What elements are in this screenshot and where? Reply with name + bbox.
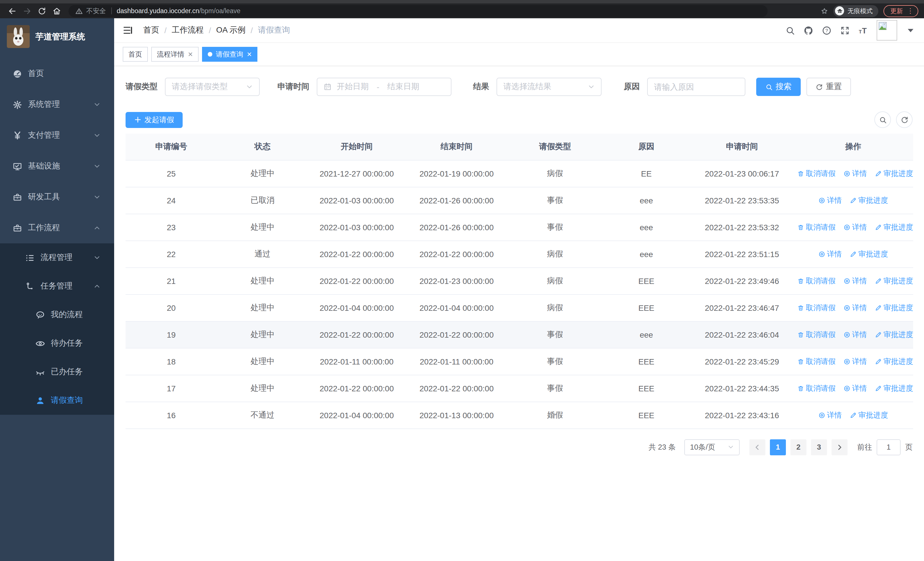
- detail-link[interactable]: 详情: [818, 249, 842, 259]
- table-cell: 2022-01-22 00:00:00: [308, 375, 405, 402]
- table-search-toggle-button[interactable]: [874, 111, 891, 128]
- tab-label: 请假查询: [216, 50, 243, 59]
- cancel-leave-link[interactable]: 取消请假: [797, 329, 836, 340]
- font-size-icon[interactable]: TT: [858, 26, 868, 35]
- apply-time-range-picker[interactable]: 开始日期 - 结束日期: [317, 78, 452, 96]
- page-button-3[interactable]: 3: [811, 439, 827, 455]
- approval-progress-link[interactable]: 审批进度: [850, 410, 888, 420]
- reload-icon[interactable]: [35, 5, 48, 17]
- cancel-leave-link[interactable]: 取消请假: [797, 356, 836, 367]
- detail-link[interactable]: 详情: [843, 222, 867, 232]
- table-cell: 2022-01-22 00:00:00: [405, 241, 508, 267]
- detail-link[interactable]: 详情: [843, 329, 867, 340]
- page-button-2[interactable]: 2: [790, 439, 806, 455]
- bookmark-star-icon[interactable]: [821, 7, 828, 15]
- url-host: dashboard.yudao.iocoder.cn: [117, 8, 199, 14]
- reset-button[interactable]: 重置: [806, 78, 851, 96]
- reason-input[interactable]: [654, 82, 738, 92]
- approval-progress-link[interactable]: 审批进度: [875, 168, 913, 179]
- sidebar-item-11[interactable]: 请假查询: [0, 386, 114, 415]
- breadcrumb-item[interactable]: 首页: [143, 25, 159, 35]
- tab-close-icon[interactable]: ✕: [246, 51, 252, 58]
- tab-0[interactable]: 首页: [123, 47, 148, 62]
- update-button[interactable]: 更新 ⋮: [884, 5, 918, 17]
- detail-link[interactable]: 详情: [818, 195, 842, 205]
- create-leave-button[interactable]: 发起请假: [126, 112, 183, 128]
- table-cell: 2022-01-03 00:00:00: [308, 214, 405, 241]
- cancel-leave-link[interactable]: 取消请假: [797, 222, 836, 232]
- forward-icon[interactable]: [21, 5, 33, 17]
- search-button[interactable]: 搜索: [756, 78, 801, 96]
- next-page-button[interactable]: [831, 439, 848, 455]
- reason-label: 原因: [624, 82, 640, 92]
- tab-2[interactable]: 请假查询✕: [202, 47, 257, 62]
- avatar[interactable]: [877, 20, 897, 41]
- leave-table: 申请编号状态开始时间结束时间请假类型原因申请时间操作 25处理中2021-12-…: [126, 134, 913, 429]
- header-search-icon[interactable]: [785, 26, 795, 35]
- approval-progress-link[interactable]: 审批进度: [850, 195, 888, 205]
- actions-cell: 详情审批进度: [793, 187, 913, 214]
- detail-link[interactable]: 详情: [843, 276, 867, 286]
- user-menu-caret-icon[interactable]: [906, 26, 915, 35]
- pen-icon: [875, 331, 882, 338]
- sidebar-logo-row[interactable]: 芋道管理系统: [0, 18, 114, 55]
- sidebar-item-9[interactable]: 待办任务: [0, 329, 114, 358]
- approval-progress-link[interactable]: 审批进度: [875, 329, 913, 340]
- table-cell: 25: [126, 160, 217, 187]
- cancel-leave-link[interactable]: 取消请假: [797, 168, 836, 179]
- table-cell: 2022-01-22 23:53:35: [691, 187, 793, 214]
- pen-icon: [850, 197, 856, 204]
- detail-link[interactable]: 详情: [843, 302, 867, 313]
- cancel-leave-link[interactable]: 取消请假: [797, 302, 836, 313]
- sidebar-item-4[interactable]: 研发工具: [0, 182, 114, 212]
- tab-1[interactable]: 流程详情✕: [151, 47, 199, 62]
- page-unit-label: 页: [905, 442, 913, 452]
- approval-progress-link[interactable]: 审批进度: [875, 383, 913, 393]
- actions-cell: 取消请假详情审批进度: [793, 214, 913, 241]
- sidebar-item-5[interactable]: 工作流程: [0, 212, 114, 244]
- approval-progress-link[interactable]: 审批进度: [875, 276, 913, 286]
- page-size-select[interactable]: 10条/页: [684, 439, 740, 455]
- sidebar-item-10[interactable]: 已办任务: [0, 358, 114, 386]
- prev-page-button[interactable]: [749, 439, 765, 455]
- table-cell: 处理中: [217, 348, 308, 375]
- leave-type-select[interactable]: 请选择请假类型: [165, 78, 260, 96]
- detail-link[interactable]: 详情: [843, 168, 867, 179]
- goto-page-input[interactable]: [877, 439, 901, 455]
- sidebar-item-3[interactable]: 基础设施: [0, 151, 114, 182]
- home-icon[interactable]: [50, 5, 63, 17]
- approval-progress-link[interactable]: 审批进度: [875, 222, 913, 232]
- result-select[interactable]: 请选择流结果: [496, 78, 602, 96]
- approval-progress-link[interactable]: 审批进度: [850, 249, 888, 259]
- pen-icon: [875, 277, 882, 284]
- tab-close-icon[interactable]: ✕: [188, 51, 193, 58]
- table-cell: 事假: [508, 348, 602, 375]
- sidebar-toggle-icon[interactable]: [123, 25, 133, 35]
- page-button-1[interactable]: 1: [770, 439, 786, 455]
- browser-menu-icon[interactable]: ⋮: [907, 7, 914, 15]
- approval-progress-link[interactable]: 审批进度: [875, 302, 913, 313]
- help-icon[interactable]: ?: [822, 26, 831, 35]
- app-title: 芋道管理系统: [35, 31, 85, 42]
- sidebar-item-1[interactable]: 系统管理: [0, 89, 114, 120]
- sidebar-item-label: 流程管理: [40, 253, 72, 263]
- cancel-leave-link[interactable]: 取消请假: [797, 383, 836, 393]
- sidebar-item-6[interactable]: 流程管理: [0, 244, 114, 272]
- sidebar-item-0[interactable]: 首页: [0, 58, 114, 89]
- cancel-leave-link[interactable]: 取消请假: [797, 276, 836, 286]
- detail-link[interactable]: 详情: [818, 410, 842, 420]
- detail-link[interactable]: 详情: [843, 383, 867, 393]
- approval-progress-link[interactable]: 审批进度: [875, 356, 913, 367]
- github-icon[interactable]: [804, 26, 813, 35]
- sidebar-item-7[interactable]: 任务管理: [0, 272, 114, 301]
- table-refresh-button[interactable]: [896, 111, 913, 128]
- detail-link[interactable]: 详情: [843, 356, 867, 367]
- table-header-row: 申请编号状态开始时间结束时间请假类型原因申请时间操作: [126, 134, 913, 160]
- fullscreen-icon[interactable]: [840, 26, 850, 35]
- url-bar[interactable]: 不安全 dashboard.yudao.iocoder.cn/bpm/oa/le…: [69, 5, 768, 17]
- breadcrumb-item[interactable]: 工作流程: [172, 25, 204, 35]
- sidebar-item-2[interactable]: 支付管理: [0, 120, 114, 151]
- back-icon[interactable]: [6, 5, 18, 17]
- sidebar-item-8[interactable]: 我的流程: [0, 301, 114, 329]
- breadcrumb-item[interactable]: OA 示例: [216, 25, 246, 35]
